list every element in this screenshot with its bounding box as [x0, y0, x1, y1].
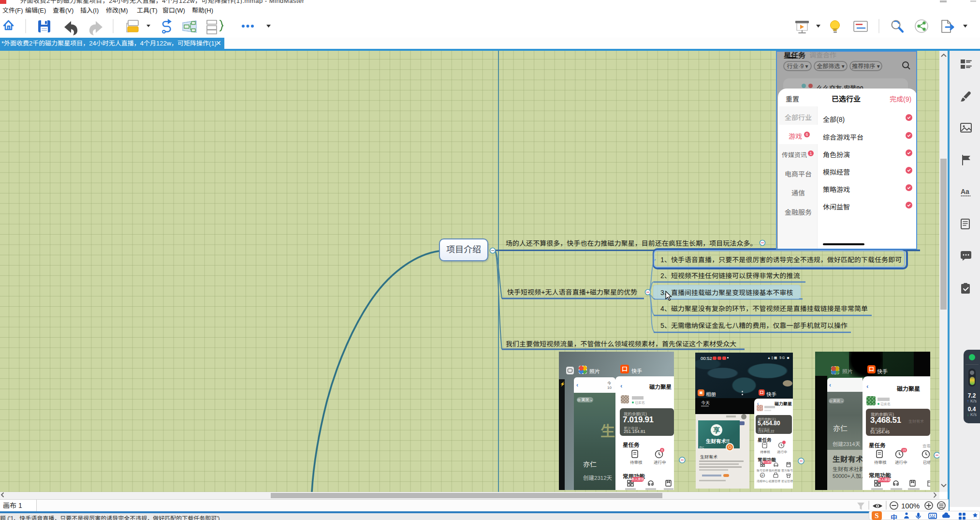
svg-text:100%: 100%: [901, 502, 920, 510]
svg-text:R: R: [761, 474, 764, 477]
svg-text:Aa: Aa: [961, 188, 969, 195]
